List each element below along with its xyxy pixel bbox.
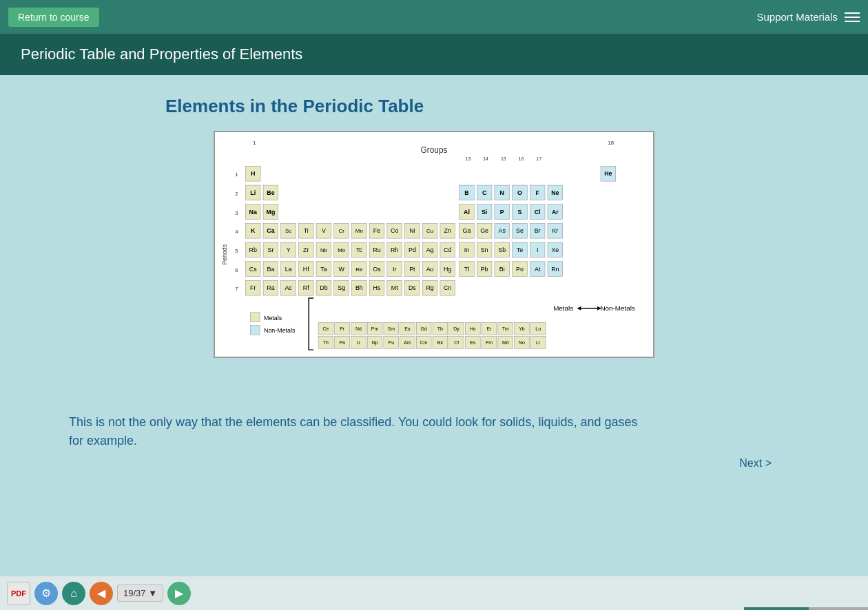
svg-text:Th: Th [323, 340, 329, 345]
svg-text:Pr: Pr [340, 326, 345, 331]
svg-text:2: 2 [235, 191, 238, 197]
svg-text:H: H [251, 170, 255, 177]
svg-text:Se: Se [516, 227, 524, 234]
svg-text:Hg: Hg [444, 266, 451, 273]
svg-text:Li: Li [250, 189, 256, 196]
svg-text:Pt: Pt [409, 266, 415, 273]
svg-text:Na: Na [249, 209, 257, 215]
svg-text:Rb: Rb [249, 246, 257, 253]
hamburger-menu-icon[interactable] [845, 12, 860, 22]
svg-text:Zr: Zr [303, 246, 309, 253]
pdf-button[interactable]: PDF [7, 582, 30, 605]
svg-text:V: V [322, 227, 326, 234]
svg-text:Ir: Ir [393, 266, 396, 273]
svg-text:Cs: Cs [249, 266, 257, 273]
svg-text:F: F [535, 189, 539, 196]
svg-rect-249 [250, 326, 260, 335]
svg-text:Cd: Cd [444, 246, 451, 253]
svg-text:Pb: Pb [481, 266, 488, 273]
svg-text:Tl: Tl [464, 266, 469, 273]
return-to-course-button[interactable]: Return to course [8, 8, 99, 27]
svg-text:Mg: Mg [266, 209, 275, 215]
svg-text:13: 13 [466, 156, 471, 161]
svg-text:Gd: Gd [421, 326, 427, 331]
svg-text:4: 4 [235, 229, 238, 235]
svg-text:Lu: Lu [535, 326, 541, 331]
svg-text:Non-Metals: Non-Metals [264, 327, 296, 334]
svg-text:Pm: Pm [371, 326, 379, 331]
svg-text:Pu: Pu [389, 340, 395, 345]
svg-text:Bi: Bi [499, 266, 505, 273]
svg-text:Fr: Fr [250, 284, 256, 291]
svg-text:Es: Es [470, 340, 476, 345]
forward-button[interactable]: ▶ [167, 582, 191, 605]
svg-text:Rg: Rg [426, 284, 433, 291]
svg-text:B: B [464, 189, 468, 196]
svg-rect-247 [250, 313, 260, 322]
svg-text:Nd: Nd [355, 326, 362, 331]
svg-text:La: La [285, 266, 292, 273]
svg-text:Ds: Ds [409, 284, 416, 291]
svg-text:Rh: Rh [391, 246, 398, 253]
svg-text:Po: Po [516, 266, 524, 273]
svg-text:Ru: Ru [373, 246, 380, 253]
svg-text:3: 3 [235, 210, 238, 216]
svg-text:Sm: Sm [388, 326, 395, 331]
support-materials-button[interactable]: Support Materials [756, 11, 838, 23]
svg-text:Bh: Bh [355, 284, 363, 291]
svg-text:6: 6 [235, 267, 238, 273]
svg-text:No: No [519, 340, 525, 345]
svg-text:Tb: Tb [437, 326, 443, 331]
svg-text:Periods: Periods [221, 244, 228, 265]
back-button[interactable]: ◀ [90, 582, 113, 605]
svg-text:Zn: Zn [444, 227, 451, 234]
support-area: Support Materials [756, 11, 860, 23]
svg-text:Metals: Metals [553, 304, 573, 312]
svg-text:Si: Si [482, 209, 487, 215]
svg-text:Br: Br [535, 227, 541, 234]
svg-text:Xe: Xe [551, 246, 559, 253]
svg-text:Ta: Ta [320, 266, 327, 273]
svg-text:Mn: Mn [355, 228, 363, 234]
page-title: Periodic Table and Properties of Element… [21, 45, 302, 63]
svg-text:Eu: Eu [404, 326, 411, 331]
svg-text:C: C [482, 189, 487, 196]
home-button[interactable]: ⌂ [62, 582, 85, 605]
svg-text:Hf: Hf [303, 266, 309, 273]
svg-text:Cl: Cl [535, 209, 541, 215]
progress-bar-fill [744, 607, 809, 610]
svg-text:Ac: Ac [285, 284, 292, 291]
svg-text:I: I [537, 246, 538, 253]
svg-text:Ag: Ag [426, 246, 434, 253]
page-indicator[interactable]: 19/37 ▼ [117, 585, 163, 602]
svg-text:Metals: Metals [264, 315, 282, 322]
progress-bar-container [744, 607, 868, 610]
svg-text:Mt: Mt [391, 284, 398, 291]
svg-text:Pa: Pa [339, 340, 345, 345]
svg-text:Co: Co [391, 227, 398, 234]
svg-text:Ce: Ce [323, 326, 329, 331]
svg-text:W: W [338, 266, 344, 273]
svg-text:1: 1 [253, 140, 256, 146]
svg-text:Md: Md [502, 340, 509, 345]
svg-text:U: U [357, 340, 360, 345]
svg-text:Ni: Ni [409, 227, 415, 234]
svg-text:Te: Te [517, 246, 523, 253]
svg-text:Sb: Sb [498, 246, 506, 253]
svg-text:Pd: Pd [409, 246, 416, 253]
svg-text:Cn: Cn [444, 284, 451, 291]
svg-text:Cr: Cr [338, 228, 344, 234]
svg-text:Ba: Ba [267, 266, 274, 273]
settings-button[interactable]: ⚙ [34, 582, 58, 605]
svg-text:Sg: Sg [338, 284, 345, 291]
next-button[interactable]: Next > [69, 457, 772, 470]
svg-text:Sc: Sc [285, 228, 291, 234]
svg-text:Tc: Tc [356, 246, 362, 253]
svg-text:Ca: Ca [267, 227, 274, 234]
svg-text:Bk: Bk [437, 340, 444, 345]
svg-text:Dy: Dy [453, 326, 459, 332]
bottom-navigation-bar: PDF ⚙ ⌂ ◀ 19/37 ▼ ▶ [0, 576, 868, 610]
svg-text:Ga: Ga [462, 227, 471, 234]
svg-text:Ti: Ti [304, 227, 309, 234]
svg-text:Ho: Ho [470, 326, 476, 331]
